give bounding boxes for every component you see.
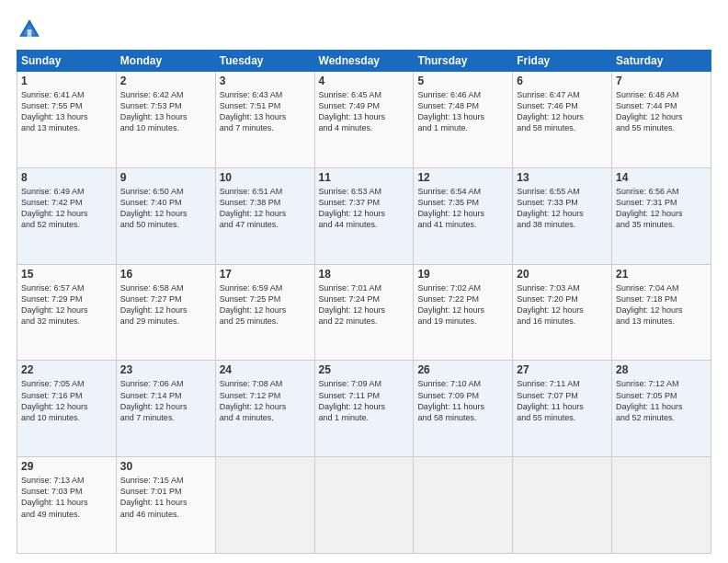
calendar-cell: 13Sunrise: 6:55 AM Sunset: 7:33 PM Dayli… <box>513 167 612 264</box>
day-number: 25 <box>319 363 410 376</box>
day-number: 22 <box>21 363 112 376</box>
calendar-cell: 17Sunrise: 6:59 AM Sunset: 7:25 PM Dayli… <box>215 264 314 361</box>
cell-text: Sunrise: 7:13 AM Sunset: 7:03 PM Dayligh… <box>21 475 112 520</box>
day-number: 20 <box>517 268 608 281</box>
cell-text: Sunrise: 6:56 AM Sunset: 7:31 PM Dayligh… <box>616 186 707 231</box>
cell-text: Sunrise: 6:43 AM Sunset: 7:51 PM Dayligh… <box>220 89 311 134</box>
calendar-cell: 2Sunrise: 6:42 AM Sunset: 7:53 PM Daylig… <box>116 72 215 168</box>
calendar-cell: 8Sunrise: 6:49 AM Sunset: 7:42 PM Daylig… <box>17 167 117 264</box>
cell-text: Sunrise: 6:47 AM Sunset: 7:46 PM Dayligh… <box>517 89 608 134</box>
day-number: 28 <box>616 363 707 376</box>
weekday-tuesday: Tuesday <box>215 51 314 72</box>
svg-rect-2 <box>28 29 32 37</box>
logo <box>17 17 46 42</box>
cell-text: Sunrise: 7:01 AM Sunset: 7:24 PM Dayligh… <box>319 282 410 327</box>
cell-text: Sunrise: 6:54 AM Sunset: 7:35 PM Dayligh… <box>417 186 508 231</box>
day-number: 6 <box>517 75 608 87</box>
weekday-wednesday: Wednesday <box>314 51 414 72</box>
cell-text: Sunrise: 7:15 AM Sunset: 7:01 PM Dayligh… <box>120 475 211 520</box>
calendar-cell: 10Sunrise: 6:51 AM Sunset: 7:38 PM Dayli… <box>215 167 314 264</box>
day-number: 18 <box>319 268 410 281</box>
cell-text: Sunrise: 7:09 AM Sunset: 7:11 PM Dayligh… <box>319 378 410 423</box>
calendar-cell <box>612 457 711 554</box>
calendar-cell: 25Sunrise: 7:09 AM Sunset: 7:11 PM Dayli… <box>314 361 414 457</box>
calendar-header: SundayMondayTuesdayWednesdayThursdayFrid… <box>17 51 711 72</box>
cell-text: Sunrise: 7:06 AM Sunset: 7:14 PM Dayligh… <box>120 378 211 423</box>
calendar-cell: 1Sunrise: 6:41 AM Sunset: 7:55 PM Daylig… <box>17 72 117 168</box>
cell-text: Sunrise: 6:51 AM Sunset: 7:38 PM Dayligh… <box>220 186 311 231</box>
calendar-cell: 26Sunrise: 7:10 AM Sunset: 7:09 PM Dayli… <box>414 361 513 457</box>
calendar-cell: 22Sunrise: 7:05 AM Sunset: 7:16 PM Dayli… <box>17 361 117 457</box>
day-number: 1 <box>21 75 112 87</box>
calendar-cell: 16Sunrise: 6:58 AM Sunset: 7:27 PM Dayli… <box>116 264 215 361</box>
calendar-cell: 12Sunrise: 6:54 AM Sunset: 7:35 PM Dayli… <box>414 167 513 264</box>
calendar-cell: 11Sunrise: 6:53 AM Sunset: 7:37 PM Dayli… <box>314 167 414 264</box>
day-number: 21 <box>616 268 707 281</box>
day-number: 13 <box>517 171 608 184</box>
day-number: 9 <box>120 171 211 184</box>
calendar-cell: 14Sunrise: 6:56 AM Sunset: 7:31 PM Dayli… <box>612 167 711 264</box>
calendar-cell: 3Sunrise: 6:43 AM Sunset: 7:51 PM Daylig… <box>215 72 314 168</box>
calendar-cell: 18Sunrise: 7:01 AM Sunset: 7:24 PM Dayli… <box>314 264 414 361</box>
cell-text: Sunrise: 6:48 AM Sunset: 7:44 PM Dayligh… <box>616 89 707 134</box>
day-number: 24 <box>220 363 311 376</box>
cell-text: Sunrise: 6:55 AM Sunset: 7:33 PM Dayligh… <box>517 186 608 231</box>
day-number: 17 <box>220 268 311 281</box>
calendar-week-5: 29Sunrise: 7:13 AM Sunset: 7:03 PM Dayli… <box>17 457 711 554</box>
calendar-cell <box>414 457 513 554</box>
day-number: 5 <box>417 75 508 87</box>
calendar-cell: 20Sunrise: 7:03 AM Sunset: 7:20 PM Dayli… <box>513 264 612 361</box>
cell-text: Sunrise: 6:53 AM Sunset: 7:37 PM Dayligh… <box>319 186 410 231</box>
cell-text: Sunrise: 7:12 AM Sunset: 7:05 PM Dayligh… <box>616 378 707 423</box>
calendar-cell: 9Sunrise: 6:50 AM Sunset: 7:40 PM Daylig… <box>116 167 215 264</box>
day-number: 19 <box>417 268 508 281</box>
calendar-body: 1Sunrise: 6:41 AM Sunset: 7:55 PM Daylig… <box>17 72 711 554</box>
cell-text: Sunrise: 6:46 AM Sunset: 7:48 PM Dayligh… <box>417 89 508 134</box>
calendar-cell: 15Sunrise: 6:57 AM Sunset: 7:29 PM Dayli… <box>17 264 117 361</box>
day-number: 8 <box>21 171 112 184</box>
day-number: 2 <box>120 75 211 87</box>
calendar-cell: 30Sunrise: 7:15 AM Sunset: 7:01 PM Dayli… <box>116 457 215 554</box>
calendar-cell: 29Sunrise: 7:13 AM Sunset: 7:03 PM Dayli… <box>17 457 117 554</box>
weekday-friday: Friday <box>513 51 612 72</box>
cell-text: Sunrise: 7:11 AM Sunset: 7:07 PM Dayligh… <box>517 378 608 423</box>
day-number: 29 <box>21 460 112 473</box>
calendar-cell: 4Sunrise: 6:45 AM Sunset: 7:49 PM Daylig… <box>314 72 414 168</box>
calendar-cell: 24Sunrise: 7:08 AM Sunset: 7:12 PM Dayli… <box>215 361 314 457</box>
calendar-week-2: 8Sunrise: 6:49 AM Sunset: 7:42 PM Daylig… <box>17 167 711 264</box>
cell-text: Sunrise: 7:03 AM Sunset: 7:20 PM Dayligh… <box>517 282 608 327</box>
weekday-saturday: Saturday <box>612 51 711 72</box>
calendar-week-3: 15Sunrise: 6:57 AM Sunset: 7:29 PM Dayli… <box>17 264 711 361</box>
logo-icon <box>17 17 42 42</box>
day-number: 4 <box>319 75 410 87</box>
weekday-sunday: Sunday <box>17 51 117 72</box>
cell-text: Sunrise: 6:41 AM Sunset: 7:55 PM Dayligh… <box>21 89 112 134</box>
calendar-cell: 27Sunrise: 7:11 AM Sunset: 7:07 PM Dayli… <box>513 361 612 457</box>
calendar-table: SundayMondayTuesdayWednesdayThursdayFrid… <box>17 50 711 554</box>
day-number: 23 <box>120 363 211 376</box>
calendar-cell <box>215 457 314 554</box>
weekday-thursday: Thursday <box>414 51 513 72</box>
day-number: 3 <box>220 75 311 87</box>
day-number: 10 <box>220 171 311 184</box>
cell-text: Sunrise: 6:45 AM Sunset: 7:49 PM Dayligh… <box>319 89 410 134</box>
page: SundayMondayTuesdayWednesdayThursdayFrid… <box>0 0 728 563</box>
calendar-cell: 7Sunrise: 6:48 AM Sunset: 7:44 PM Daylig… <box>612 72 711 168</box>
cell-text: Sunrise: 6:49 AM Sunset: 7:42 PM Dayligh… <box>21 186 112 231</box>
calendar-cell <box>513 457 612 554</box>
day-number: 7 <box>616 75 707 87</box>
day-number: 11 <box>319 171 410 184</box>
weekday-header-row: SundayMondayTuesdayWednesdayThursdayFrid… <box>17 51 711 72</box>
calendar-cell: 28Sunrise: 7:12 AM Sunset: 7:05 PM Dayli… <box>612 361 711 457</box>
weekday-monday: Monday <box>116 51 215 72</box>
calendar-cell: 5Sunrise: 6:46 AM Sunset: 7:48 PM Daylig… <box>414 72 513 168</box>
cell-text: Sunrise: 6:57 AM Sunset: 7:29 PM Dayligh… <box>21 282 112 327</box>
day-number: 27 <box>517 363 608 376</box>
day-number: 26 <box>417 363 508 376</box>
cell-text: Sunrise: 7:08 AM Sunset: 7:12 PM Dayligh… <box>220 378 311 423</box>
day-number: 30 <box>120 460 211 473</box>
cell-text: Sunrise: 7:04 AM Sunset: 7:18 PM Dayligh… <box>616 282 707 327</box>
day-number: 14 <box>616 171 707 184</box>
cell-text: Sunrise: 6:42 AM Sunset: 7:53 PM Dayligh… <box>120 89 211 134</box>
day-number: 15 <box>21 268 112 281</box>
